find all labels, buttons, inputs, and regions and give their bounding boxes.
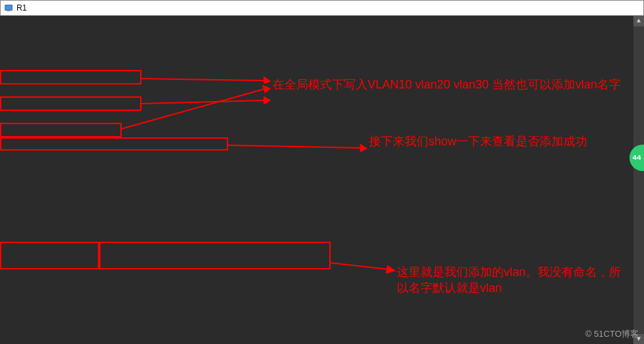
highlight-box xyxy=(0,123,122,137)
annotation-text: 这里就是我们添加的vlan。我没有命名，所以名字默认就是vlan xyxy=(397,264,628,296)
svg-line-8 xyxy=(228,145,360,148)
arrow-icon xyxy=(141,74,270,83)
svg-marker-9 xyxy=(360,144,367,152)
svg-rect-1 xyxy=(7,11,10,11)
highlight-box xyxy=(0,96,141,111)
scroll-up-button[interactable]: ▲ xyxy=(633,16,644,26)
app-icon xyxy=(3,3,14,13)
highlight-box xyxy=(0,242,99,269)
svg-line-2 xyxy=(141,79,264,81)
badge-value: 44 xyxy=(632,151,641,164)
window-titlebar: R1 xyxy=(0,0,644,16)
svg-marker-3 xyxy=(264,77,270,83)
annotation-text: 接下来我们show一下来查看是否添加成功 xyxy=(369,133,633,149)
svg-line-6 xyxy=(122,89,264,129)
arrow-icon xyxy=(122,85,270,131)
terminal[interactable]: ▲ ▼ R1(config)# R1(config)# R1(config)# … xyxy=(0,16,644,344)
highlight-box xyxy=(99,242,331,269)
annotation-text: 在全局模式下写入VLAN10 vlan20 vlan30 当然也可以添加vlan… xyxy=(272,77,636,92)
arrow-icon xyxy=(331,260,397,273)
highlight-box xyxy=(0,70,141,85)
svg-marker-11 xyxy=(386,265,395,273)
arrow-icon xyxy=(228,141,367,153)
svg-marker-7 xyxy=(262,85,270,93)
svg-line-10 xyxy=(331,263,389,269)
highlight-box xyxy=(0,137,228,151)
svg-rect-0 xyxy=(5,5,13,11)
watermark: © 51CTO博客 xyxy=(585,327,639,341)
scrollbar[interactable]: ▲ ▼ xyxy=(633,16,644,344)
window-title: R1 xyxy=(17,3,26,13)
